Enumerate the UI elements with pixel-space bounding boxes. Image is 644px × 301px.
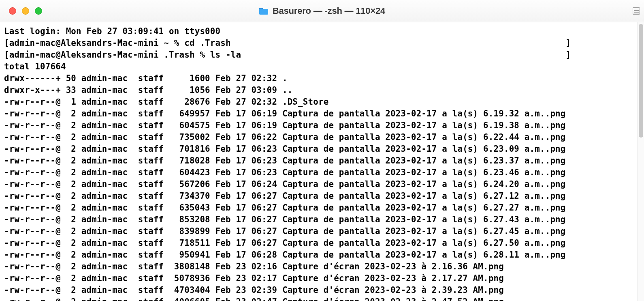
folder-icon bbox=[259, 7, 269, 15]
window-titlebar: Basurero — -zsh — 110×24 bbox=[0, 0, 644, 22]
scrollbar-track[interactable] bbox=[637, 22, 644, 301]
terminal-output[interactable]: Last login: Mon Feb 27 03:09:41 on ttys0… bbox=[0, 22, 644, 301]
window-title: Basurero — -zsh — 110×24 bbox=[273, 6, 385, 16]
minimize-button[interactable] bbox=[22, 7, 29, 15]
scrollbar-thumb[interactable] bbox=[639, 24, 643, 138]
list-view-icon[interactable] bbox=[633, 7, 640, 15]
title-wrap: Basurero — -zsh — 110×24 bbox=[0, 6, 644, 16]
close-button[interactable] bbox=[9, 7, 16, 15]
traffic-lights bbox=[9, 7, 42, 15]
maximize-button[interactable] bbox=[35, 7, 42, 15]
